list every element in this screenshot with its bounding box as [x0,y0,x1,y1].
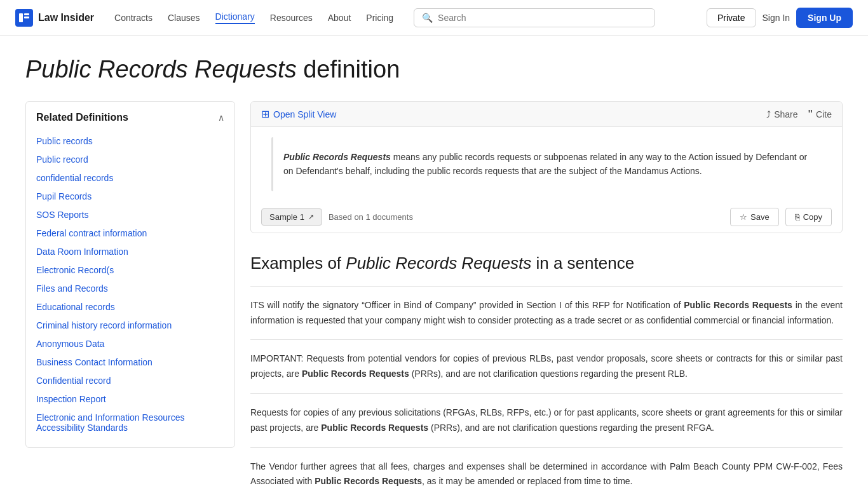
sidebar-link-electronic-records[interactable]: Electronic Record(s [36,261,224,280]
nav-link-resources[interactable]: Resources [270,13,313,23]
definition-body: Public Records Requests means any public… [271,137,822,191]
sidebar-link-pupil-records[interactable]: Pupil Records [36,187,224,206]
examples-title-suffix: in a sentence [531,254,634,273]
sidebar: Related Definitions ∧ Public records Pub… [25,101,235,448]
sidebar-link[interactable]: Public record [36,151,224,169]
split-view-icon: ⊞ [261,108,269,120]
sidebar-link-criminal-history[interactable]: Criminal history record information [36,316,224,335]
copy-button[interactable]: ⎘ Copy [785,208,832,226]
sidebar-link-inspection-report[interactable]: Inspection Report [36,390,224,409]
examples-title: Examples of Public Records Requests in a… [250,254,843,273]
copy-icon: ⎘ [795,212,800,222]
share-button[interactable]: ⤴ Share [766,109,797,120]
footer-left: Sample 1 ↗ Based on 1 documents [261,208,413,226]
based-on-text: Based on 1 documents [329,212,413,222]
example-text-bold: Public Records Requests [315,476,422,486]
svg-rect-2 [24,17,29,18]
definition-footer: Sample 1 ↗ Based on 1 documents ☆ Save ⎘… [251,201,842,233]
search-container: 🔍 [414,8,686,27]
toolbar-right: ⤴ Share " Cite [766,109,832,120]
search-wrap: 🔍 [414,8,655,27]
definition-box: ⊞ Open Split View ⤴ Share " Cite [250,101,843,233]
chevron-up-icon[interactable]: ∧ [218,112,224,123]
main-layout: Related Definitions ∧ Public records Pub… [25,101,843,488]
definition-body-wrapper: Public Records Requests means any public… [251,137,842,191]
private-button[interactable]: Private [707,8,756,27]
logo[interactable]: Law Insider [15,9,94,27]
sidebar-title: Related Definitions [36,112,128,123]
cite-icon: " [808,109,813,120]
example-text-after: (PRRs), and are not clarification questi… [428,423,714,433]
star-icon: ☆ [740,212,747,222]
sample-label: Sample 1 [269,212,304,222]
open-split-view-button[interactable]: ⊞ Open Split View [261,108,336,120]
nav-link-dictionary[interactable]: Dictionary [215,11,255,24]
nav-actions: Private Sign In Sign Up [707,8,853,28]
examples-title-italic: Public Records Requests [346,254,531,273]
save-label: Save [750,212,770,222]
example-item: Requests for copies of any previous soli… [250,393,843,447]
example-text-bold: Public Records Requests [684,300,792,310]
split-view-label: Open Split View [273,109,336,119]
sidebar-link-business-contact[interactable]: Business Contact Information [36,353,224,372]
external-link-icon: ↗ [308,213,314,221]
content-area: ⊞ Open Split View ⤴ Share " Cite [250,101,843,488]
share-icon: ⤴ [766,109,771,119]
sample-button[interactable]: Sample 1 ↗ [261,208,322,226]
search-icon: 🔍 [422,13,433,23]
svg-rect-1 [24,13,29,15]
example-item: The Vendor further agrees that all fees,… [250,447,843,488]
signup-button[interactable]: Sign Up [796,8,853,28]
logo-text: Law Insider [38,12,94,24]
copy-label: Copy [803,212,822,222]
sidebar-link-files-records[interactable]: Files and Records [36,280,224,298]
logo-icon [15,9,33,27]
page-title-suffix: definition [297,56,400,83]
example-text-bold: Public Records Requests [302,369,409,379]
sidebar-link[interactable]: confidential records [36,169,224,187]
sidebar-links: Public records Public record confidentia… [36,132,224,437]
example-text-after: (PRRs), and are not clarification questi… [409,369,688,379]
sidebar-link-federal-contract[interactable]: Federal contract information [36,224,224,243]
sidebar-link-confidential-record[interactable]: Confidential record [36,372,224,390]
sidebar-link-educational-records[interactable]: Educational records [36,298,224,316]
page-title-italic: Public Records Requests [25,56,297,83]
sidebar-link-electronic-info[interactable]: Electronic and Information Resources Acc… [36,409,224,437]
footer-actions: ☆ Save ⎘ Copy [730,208,832,226]
sidebar-link-data-room[interactable]: Data Room Information [36,243,224,261]
sidebar-link-anonymous-data[interactable]: Anonymous Data [36,335,224,353]
svg-rect-0 [19,13,23,22]
share-label: Share [774,109,797,119]
definition-term: Public Records Requests [283,152,391,162]
nav-link-clauses[interactable]: Clauses [168,13,200,23]
example-text-before: ITS will notify the signatory “Officer i… [250,300,684,310]
cite-label: Cite [816,109,832,119]
example-text-after: , as it may be amended or replaced from … [422,476,632,486]
examples-list: ITS will notify the signatory “Officer i… [250,286,843,488]
save-button[interactable]: ☆ Save [730,208,779,226]
examples-title-prefix: Examples of [250,254,346,273]
search-input[interactable] [438,13,647,23]
example-text-bold: Public Records Requests [321,423,428,433]
nav-link-pricing[interactable]: Pricing [366,13,393,23]
definition-toolbar: ⊞ Open Split View ⤴ Share " Cite [251,102,842,127]
nav-link-about[interactable]: About [328,13,351,23]
nav-links: Contracts Clauses Dictionary Resources A… [114,11,393,24]
page-content: Public Records Requests definition Relat… [0,36,868,488]
cite-button[interactable]: " Cite [808,109,832,120]
page-title: Public Records Requests definition [25,56,843,83]
sidebar-link[interactable]: Public records [36,132,224,151]
navigation: Law Insider Contracts Clauses Dictionary… [0,0,868,36]
example-item: IMPORTANT: Requests from potential vendo… [250,339,843,393]
sidebar-link-sos-reports[interactable]: SOS Reports [36,206,224,224]
signin-button[interactable]: Sign In [763,13,790,23]
sidebar-header: Related Definitions ∧ [36,112,224,123]
example-item: ITS will notify the signatory “Officer i… [250,286,843,340]
definition-text: Public Records Requests means any public… [283,150,811,179]
nav-link-contracts[interactable]: Contracts [114,13,153,23]
